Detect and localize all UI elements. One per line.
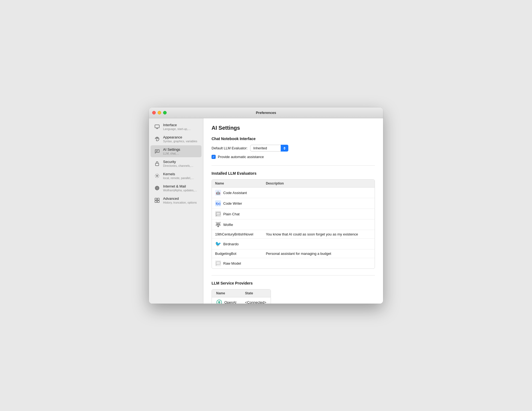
evaluator-name-cell: 🤖 Code Assistant — [212, 188, 262, 198]
evaluator-desc-birdnardo — [262, 239, 375, 249]
content-area: Interface Language, start-up,… Appearanc… — [149, 118, 383, 304]
default-llm-select[interactable]: Inherited Code Assistant Code Writer Pla… — [250, 145, 288, 152]
svg-point-7 — [157, 175, 158, 177]
sidebar-item-kernels[interactable]: Kernels local, remote, parallel,… — [151, 170, 201, 182]
evaluator-name-raw-model: Raw Model — [223, 261, 241, 265]
default-llm-row: Default LLM Evaluator: Inherited Code As… — [212, 145, 375, 152]
grid-icon — [154, 197, 160, 204]
evaluators-col-name: Name — [212, 180, 262, 188]
evaluator-name-plain-chat: Plain Chat — [223, 212, 240, 216]
sidebar-item-interface[interactable]: Interface Language, start-up,… — [151, 121, 201, 133]
code-writer-icon: f(x) — [215, 200, 221, 206]
evaluators-table-wrapper: Name Description — [212, 179, 375, 269]
close-button[interactable] — [152, 111, 156, 114]
page-title: AI Settings — [212, 125, 375, 131]
window-title: Preferences — [256, 111, 276, 115]
plain-chat-icon — [215, 211, 221, 217]
evaluators-col-description: Description — [262, 180, 375, 188]
palette-icon — [154, 136, 160, 142]
providers-col-name: Name — [212, 289, 241, 297]
sidebar-label-ai-settings: AI Settings — [163, 147, 180, 152]
llm-providers-header: LLM Service Providers — [212, 281, 375, 285]
evaluator-desc-19th: You know that AI could as soon forget yo… — [262, 230, 375, 239]
sidebar-item-advanced[interactable]: Advanced History, truncation, options — [151, 194, 201, 206]
provider-row-openai[interactable]: OpenAI <Connected> — [212, 297, 271, 304]
sidebar-label-kernels: Kernels — [163, 172, 194, 176]
evaluator-row-plain-chat[interactable]: Plain Chat — [212, 209, 375, 219]
maximize-button[interactable] — [163, 111, 167, 114]
evaluator-name-cell-19th: 19thCenturyBritishNovel — [212, 230, 262, 239]
evaluator-row-raw-model[interactable]: Raw Model — [212, 258, 375, 269]
raw-model-icon — [215, 260, 221, 266]
evaluator-row-budgeting-bot[interactable]: BudgetingBot Personal assistant for mana… — [212, 249, 375, 258]
evaluator-row-19th[interactable]: 19thCenturyBritishNovel You know that AI… — [212, 230, 375, 239]
sidebar-item-internet-mail[interactable]: Internet & Mail Wolfram|Alpha, updates,… — [151, 182, 201, 194]
minimize-button[interactable] — [158, 111, 161, 114]
sidebar-item-ai-settings[interactable]: AI Settings LLM, chat,… — [151, 145, 201, 157]
providers-col-state: State — [241, 289, 271, 297]
installed-evaluators-header: Installed LLM Evaluators — [212, 171, 375, 176]
main-content: AI Settings Chat Notebook Interface Defa… — [203, 118, 383, 304]
evaluator-name-wrapper-rm: Raw Model — [215, 260, 259, 266]
installed-evaluators-section: Installed LLM Evaluators Name Descriptio… — [212, 171, 375, 269]
sidebar-label-appearance: Appearance — [163, 135, 197, 139]
evaluator-name-wrapper-bb: BudgetingBot — [215, 252, 259, 256]
evaluator-row-code-assistant[interactable]: 🤖 Code Assistant — [212, 188, 375, 198]
gear-icon — [154, 173, 160, 179]
provider-state-openai: <Connected> — [241, 297, 271, 304]
evaluator-row-wolfie[interactable]: 🐺 Wolfie — [212, 219, 375, 230]
svg-rect-14 — [157, 198, 159, 200]
svg-text:🤖: 🤖 — [216, 191, 221, 195]
evaluator-desc-wolfie — [262, 219, 375, 230]
sidebar-item-security[interactable]: Security Directories, channels,… — [151, 158, 201, 170]
evaluator-desc-raw-model — [262, 258, 375, 269]
sidebar-label-internet-mail: Internet & Mail — [163, 184, 197, 188]
llm-providers-section: LLM Service Providers Name State — [212, 281, 375, 304]
evaluator-name-birdnardo: Birdnardo — [223, 242, 239, 246]
evaluator-name-wrapper-wolfie: 🐺 Wolfie — [215, 222, 259, 228]
evaluator-name-code-assistant: Code Assistant — [223, 191, 247, 195]
chat-icon — [154, 148, 160, 155]
svg-point-24 — [219, 302, 220, 303]
evaluator-desc-plain-chat — [262, 209, 375, 219]
evaluator-name-cell-birdnardo: 🐦 Birdnardo — [212, 239, 262, 249]
evaluator-desc-code-assistant — [262, 188, 375, 198]
svg-rect-6 — [155, 163, 159, 166]
sidebar: Interface Language, start-up,… Appearanc… — [149, 118, 203, 304]
chat-notebook-section: Chat Notebook Interface Default LLM Eval… — [212, 137, 375, 159]
divider-1 — [212, 165, 375, 166]
evaluator-name-code-writer: Code Writer — [223, 201, 242, 206]
evaluator-name-cell-raw-model: Raw Model — [212, 258, 262, 269]
evaluator-name-wrapper-pc: Plain Chat — [215, 211, 259, 217]
sidebar-text-appearance: Appearance Syntax, graphics, variables — [163, 135, 197, 143]
svg-point-1 — [156, 138, 157, 139]
providers-table: Name State — [212, 289, 271, 304]
evaluator-name-budgeting-bot: BudgetingBot — [215, 252, 236, 256]
sidebar-text-kernels: Kernels local, remote, parallel,… — [163, 172, 194, 180]
sidebar-item-appearance[interactable]: Appearance Syntax, graphics, variables — [151, 133, 201, 145]
provide-assistance-row: ✓ Provide automatic assistance — [212, 155, 375, 159]
evaluator-name-wrapper-19th: 19thCenturyBritishNovel — [215, 232, 259, 236]
provide-assistance-checkbox[interactable]: ✓ — [212, 155, 216, 159]
sidebar-text-security: Security Directories, channels,… — [163, 160, 193, 167]
sidebar-text-ai-settings: AI Settings LLM, chat,… — [163, 147, 180, 155]
evaluator-name-wolfie: Wolfie — [223, 223, 233, 227]
sidebar-label-advanced: Advanced — [163, 197, 197, 201]
sidebar-sublabel-kernels: local, remote, parallel,… — [163, 176, 194, 180]
sidebar-text-advanced: Advanced History, truncation, options — [163, 197, 197, 204]
chat-notebook-header: Chat Notebook Interface — [212, 137, 375, 141]
svg-rect-16 — [157, 201, 159, 203]
evaluator-name-wrapper: 🤖 Code Assistant — [215, 190, 259, 196]
code-assistant-icon: 🤖 — [215, 190, 221, 196]
check-mark: ✓ — [212, 155, 215, 158]
sidebar-label-interface: Interface — [163, 123, 191, 127]
sidebar-label-security: Security — [163, 160, 193, 164]
provider-name-cell-openai: OpenAI — [212, 297, 241, 304]
evaluator-row-code-writer[interactable]: f(x) Code Writer — [212, 198, 375, 209]
svg-point-3 — [158, 138, 158, 139]
evaluators-table-header-row: Name Description — [212, 180, 375, 188]
svg-point-2 — [157, 138, 157, 138]
evaluator-desc-code-writer — [262, 198, 375, 209]
evaluator-row-birdnardo[interactable]: 🐦 Birdnardo — [212, 239, 375, 249]
default-llm-select-wrapper[interactable]: Inherited Code Assistant Code Writer Pla… — [250, 145, 288, 152]
